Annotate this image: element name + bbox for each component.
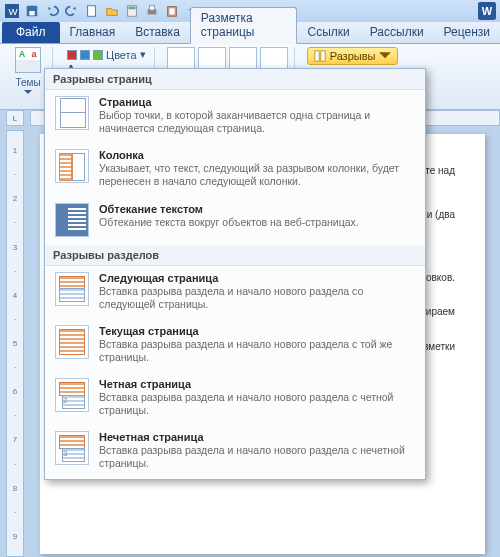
section-break-desc: Вставка разрыва раздела и начало нового … xyxy=(99,285,415,311)
tab-references[interactable]: Ссылки xyxy=(297,22,359,43)
page-break-desc: Выбор точки, в которой заканчивается одн… xyxy=(99,109,415,135)
svg-rect-11 xyxy=(315,51,319,61)
open-icon[interactable] xyxy=(104,3,120,19)
section-break-item-2[interactable]: Четная страницаВставка разрыва раздела и… xyxy=(45,372,425,425)
svg-text:W: W xyxy=(9,6,19,17)
breaks-dropdown: Разрывы страниц СтраницаВыбор точки, в к… xyxy=(44,68,426,480)
page-break-icon-1 xyxy=(55,149,89,183)
svg-rect-4 xyxy=(88,6,96,17)
redo-icon[interactable] xyxy=(64,3,80,19)
vertical-ruler[interactable]: 1·2·3·4·5·6·7·8·9 xyxy=(6,130,24,557)
new-icon[interactable] xyxy=(84,3,100,19)
tab-page-layout[interactable]: Разметка страницы xyxy=(190,7,298,44)
word-badge-icon: W xyxy=(478,2,496,20)
section-break-title: Следующая страница xyxy=(99,272,415,284)
section-break-title: Четная страница xyxy=(99,378,415,390)
ribbon-body: A a Темы Цвета ▾ A Разрывы ⋮≡ a-cа перен… xyxy=(0,44,500,110)
chevron-down-icon xyxy=(379,50,391,62)
section-break-desc: Вставка разрыва раздела и начало нового … xyxy=(99,444,415,470)
page-break-title: Страница xyxy=(99,96,415,108)
calc-icon[interactable] xyxy=(124,3,140,19)
page-break-title: Обтекание текстом xyxy=(99,203,415,215)
svg-rect-12 xyxy=(321,51,325,61)
themes-button[interactable]: A a Темы xyxy=(10,47,46,95)
page-break-item-0[interactable]: СтраницаВыбор точки, в которой заканчива… xyxy=(45,90,425,143)
section-break-title: Нечетная страница xyxy=(99,431,415,443)
print-icon[interactable] xyxy=(144,3,160,19)
tab-insert[interactable]: Вставка xyxy=(125,22,190,43)
colors-button[interactable]: Цвета ▾ xyxy=(65,47,148,62)
section-break-item-1[interactable]: Текущая страницаВставка разрыва раздела … xyxy=(45,319,425,372)
themes-icon: A a xyxy=(15,47,41,73)
breaks-button[interactable]: Разрывы xyxy=(307,47,399,65)
breaks-icon xyxy=(314,50,326,62)
file-tab[interactable]: Файл xyxy=(2,22,60,43)
ruler-corner[interactable]: L xyxy=(6,110,24,126)
tab-review[interactable]: Рецензи xyxy=(434,22,500,43)
page-breaks-header: Разрывы страниц xyxy=(45,69,425,90)
section-break-icon-1 xyxy=(55,325,89,359)
tab-home[interactable]: Главная xyxy=(60,22,126,43)
section-break-desc: Вставка разрыва раздела и начало нового … xyxy=(99,338,415,364)
colors-label: Цвета xyxy=(106,49,137,61)
page-break-icon-0 xyxy=(55,96,89,130)
page-break-item-2[interactable]: Обтекание текстомОбтекание текста вокруг… xyxy=(45,197,425,245)
svg-rect-6 xyxy=(129,7,136,10)
svg-rect-8 xyxy=(149,6,154,10)
chevron-down-icon xyxy=(24,90,32,95)
page-break-item-1[interactable]: КолонкаУказывает, что текст, следующий з… xyxy=(45,143,425,196)
section-break-icon-3 xyxy=(55,431,89,465)
section-break-icon-2 xyxy=(55,378,89,412)
paste-icon[interactable] xyxy=(164,3,180,19)
svg-rect-3 xyxy=(29,11,34,15)
section-break-title: Текущая страница xyxy=(99,325,415,337)
section-breaks-header: Разрывы разделов xyxy=(45,245,425,266)
undo-icon[interactable] xyxy=(44,3,60,19)
save-icon[interactable] xyxy=(24,3,40,19)
page-break-icon-2 xyxy=(55,203,89,237)
page-break-desc: Указывает, что текст, следующий за разры… xyxy=(99,162,415,188)
tab-mailings[interactable]: Рассылки xyxy=(360,22,434,43)
svg-rect-10 xyxy=(169,8,174,14)
qat-word-icon[interactable]: W xyxy=(4,3,20,19)
page-break-title: Колонка xyxy=(99,149,415,161)
section-break-item-0[interactable]: Следующая страницаВставка разрыва раздел… xyxy=(45,266,425,319)
breaks-label: Разрывы xyxy=(330,50,376,62)
page-break-desc: Обтекание текста вокруг объектов на веб-… xyxy=(99,216,415,229)
section-break-desc: Вставка разрыва раздела и начало нового … xyxy=(99,391,415,417)
section-break-icon-0 xyxy=(55,272,89,306)
section-break-item-3[interactable]: Нечетная страницаВставка разрыва раздела… xyxy=(45,425,425,478)
themes-label: Темы xyxy=(15,77,40,88)
ribbon-tabs: Файл Главная Вставка Разметка страницы С… xyxy=(0,22,500,44)
